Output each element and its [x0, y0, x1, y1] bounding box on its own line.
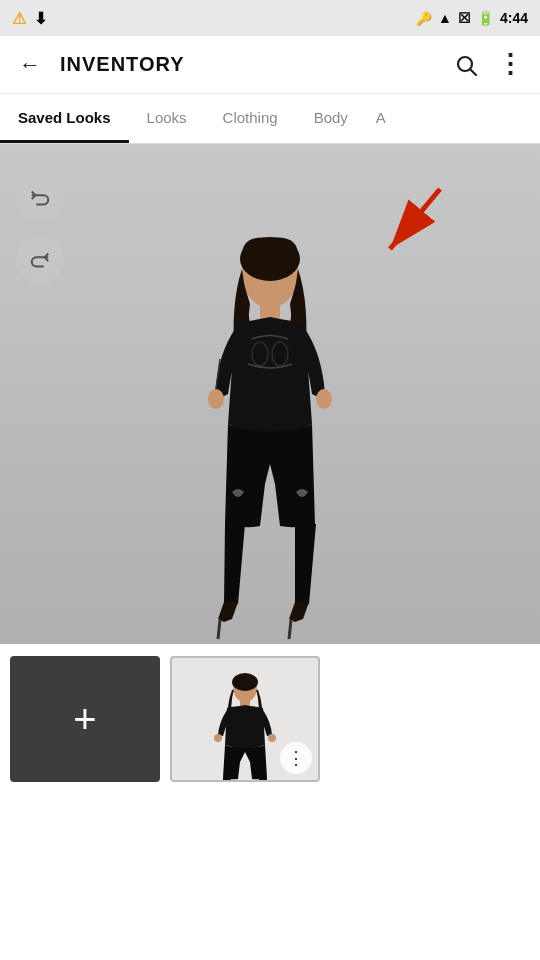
plus-icon: + — [73, 699, 96, 739]
thumbnails-area: + ⋮ — [0, 644, 540, 794]
svg-point-16 — [214, 734, 222, 742]
undo-button[interactable] — [16, 174, 64, 222]
tab-looks[interactable]: Looks — [129, 94, 205, 143]
arrow-annotation — [360, 174, 480, 278]
tab-more[interactable]: A — [366, 94, 396, 143]
svg-line-9 — [218, 620, 220, 639]
key-icon: 🔑 — [416, 11, 432, 26]
battery-icon: 🔋 — [477, 10, 494, 26]
avatar-viewport — [0, 144, 540, 644]
svg-line-10 — [289, 620, 291, 639]
avatar-figure — [180, 224, 360, 644]
page-title: INVENTORY — [52, 53, 444, 76]
status-right-icons: 🔑 ▲ ☒ 🔋 4:44 — [416, 10, 528, 26]
svg-point-17 — [268, 734, 276, 742]
redo-button[interactable] — [16, 236, 64, 284]
tab-body[interactable]: Body — [296, 94, 366, 143]
wifi-icon: ▲ — [438, 10, 452, 26]
status-left-icons: ⚠ ⬇ — [12, 9, 47, 28]
left-controls — [16, 174, 64, 284]
warning-icon: ⚠ — [12, 9, 26, 28]
search-button[interactable] — [444, 43, 488, 87]
tab-saved-looks[interactable]: Saved Looks — [0, 94, 129, 143]
more-options-button[interactable]: ⋮ — [488, 43, 532, 87]
vertical-dots-icon: ⋮ — [287, 749, 305, 767]
status-bar: ⚠ ⬇ 🔑 ▲ ☒ 🔋 4:44 — [0, 0, 540, 36]
back-button[interactable]: ← — [8, 43, 52, 87]
app-bar: ← INVENTORY ⋮ — [0, 36, 540, 94]
svg-line-1 — [471, 69, 477, 75]
tab-clothing[interactable]: Clothing — [205, 94, 296, 143]
svg-point-7 — [208, 389, 224, 409]
add-look-button[interactable]: + — [10, 656, 160, 782]
clock: 4:44 — [500, 10, 528, 26]
svg-point-14 — [232, 673, 258, 691]
thumbnail-menu-button[interactable]: ⋮ — [280, 742, 312, 774]
bottom-area — [0, 794, 540, 960]
tabs-bar: Saved Looks Looks Clothing Body A — [0, 94, 540, 144]
download-icon: ⬇ — [34, 9, 47, 28]
signal-off-icon: ☒ — [458, 10, 471, 26]
svg-point-8 — [316, 389, 332, 409]
svg-line-12 — [390, 189, 440, 249]
look-thumbnail[interactable]: ⋮ — [170, 656, 320, 782]
